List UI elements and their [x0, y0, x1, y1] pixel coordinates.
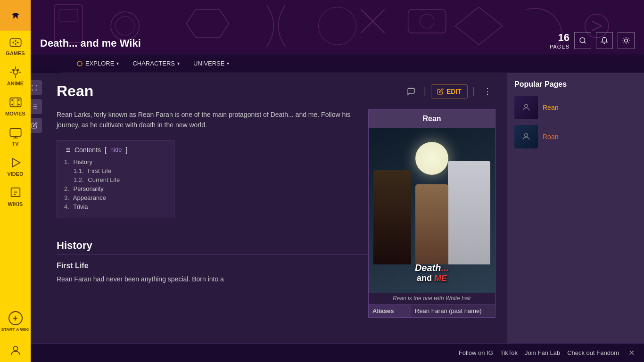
- svg-rect-28: [408, 9, 446, 33]
- sidebar: Games Anime Movies TV: [0, 0, 31, 362]
- header-right: 16 PAGES: [550, 32, 635, 49]
- svg-point-51: [525, 104, 528, 107]
- svg-point-11: [18, 99, 20, 101]
- contents-box: Contents [ hide ] 1. History 1.1. First …: [57, 140, 174, 218]
- main-content: Rean | Edit | ⋮: [31, 73, 644, 362]
- edit-label: Edit: [446, 88, 462, 95]
- contents-item-history[interactable]: 1. History: [64, 158, 167, 165]
- check-fandom-link[interactable]: Check out Fandom: [567, 349, 619, 356]
- wiki-title: Death... and me Wiki: [40, 37, 550, 49]
- characters-chevron-icon: ▾: [177, 61, 180, 66]
- popular-thumb-roan: [514, 125, 538, 148]
- footer-bar: Follow on IG TikTok Join Fan Lab Check o…: [31, 343, 644, 362]
- svg-point-22: [13, 346, 17, 351]
- contents-item-trivia[interactable]: 4. Trivia: [64, 203, 167, 210]
- svg-point-52: [525, 133, 528, 137]
- svg-point-25: [111, 12, 139, 40]
- infobox-value-aliases: Rean Faran (past name): [411, 304, 486, 317]
- join-fan-lab-link[interactable]: Join Fan Lab: [525, 349, 560, 356]
- sidebar-item-movies[interactable]: Movies: [0, 91, 31, 121]
- svg-point-7: [17, 69, 19, 71]
- svg-point-31: [580, 38, 585, 43]
- contents-bracket-close: ]: [126, 146, 128, 154]
- svg-point-6: [12, 69, 15, 71]
- more-options-button[interactable]: ⋮: [479, 83, 495, 99]
- popular-item-roan[interactable]: Roan: [514, 125, 637, 148]
- header: Death... and me Wiki 16 PAGES: [31, 0, 644, 73]
- contents-item-personality[interactable]: 2. Personality: [64, 185, 167, 192]
- popular-thumb-rean: [514, 96, 538, 119]
- popular-item-rean[interactable]: Rean: [514, 96, 637, 119]
- content-body: Rean Death...: [42, 109, 495, 284]
- sidebar-item-anime[interactable]: Anime: [0, 61, 31, 91]
- theme-toggle-button[interactable]: [618, 32, 635, 49]
- sidebar-item-tv[interactable]: TV: [0, 121, 31, 151]
- follow-ig-link[interactable]: Follow on IG: [459, 349, 493, 356]
- pages-count: 16 PAGES: [550, 32, 570, 49]
- popular-pages-title: Popular Pages: [514, 80, 637, 89]
- action-divider: |: [424, 86, 426, 97]
- svg-point-1: [12, 41, 14, 43]
- infobox-row-aliases: Aliases Rean Faran (past name): [369, 304, 495, 317]
- sidebar-item-video[interactable]: Video: [0, 151, 31, 181]
- infobox-title: Rean: [369, 110, 495, 128]
- contents-bracket: [: [105, 146, 107, 154]
- infobox-caption: Rean is the one with White hair: [369, 293, 495, 304]
- edit-button[interactable]: Edit: [431, 84, 468, 99]
- fandom-logo[interactable]: [0, 0, 31, 31]
- contents-item-current-life[interactable]: 1.2. Current Life: [64, 176, 167, 183]
- svg-point-32: [625, 39, 628, 42]
- popular-item-title-roan: Roan: [543, 133, 558, 140]
- svg-line-36: [628, 42, 628, 43]
- sidebar-item-games[interactable]: Games: [0, 31, 31, 61]
- svg-point-10: [11, 104, 13, 106]
- article-content: Rean | Edit | ⋮: [31, 73, 507, 362]
- contents-item-appearance[interactable]: 3. Appearance: [64, 194, 167, 201]
- search-button[interactable]: [574, 32, 591, 49]
- svg-point-29: [420, 14, 434, 28]
- infobox-label-aliases: Aliases: [369, 304, 411, 317]
- page-actions: | Edit | ⋮: [403, 83, 495, 99]
- universe-chevron-icon: ▾: [227, 61, 229, 66]
- svg-point-4: [15, 43, 17, 45]
- nav-characters[interactable]: Characters ▾: [127, 54, 185, 73]
- infobox-image: Death... and ME: [369, 128, 495, 293]
- svg-point-3: [17, 41, 18, 43]
- svg-line-35: [624, 38, 624, 39]
- svg-rect-8: [10, 98, 21, 107]
- popular-item-title-rean: Rean: [543, 104, 558, 111]
- sidebar-item-start-wiki[interactable]: + Start A Wiki: [0, 306, 31, 337]
- svg-line-39: [624, 42, 624, 43]
- navigation: Explore ▾ Characters ▾ Universe ▾: [61, 54, 644, 73]
- tiktok-link[interactable]: TikTok: [500, 349, 518, 356]
- svg-point-9: [11, 99, 13, 101]
- contents-title: Contents: [74, 146, 101, 154]
- notifications-button[interactable]: [596, 32, 613, 49]
- sidebar-item-wikis[interactable]: Wikis: [0, 181, 31, 212]
- nav-explore[interactable]: Explore ▾: [71, 54, 124, 73]
- svg-point-26: [116, 16, 134, 35]
- header-banner: Death... and me Wiki 16 PAGES: [31, 0, 644, 54]
- contents-list: 1. History 1.1. First Life 1.2. Current …: [64, 158, 167, 210]
- discuss-button[interactable]: [403, 83, 419, 99]
- svg-rect-24: [59, 9, 78, 21]
- svg-rect-0: [10, 39, 21, 46]
- footer-close-button[interactable]: ✕: [628, 348, 635, 357]
- page-title: Rean: [57, 82, 93, 100]
- right-sidebar: Popular Pages Rean: [507, 73, 644, 362]
- contents-item-first-life[interactable]: 1.1. First Life: [64, 167, 167, 174]
- sidebar-item-user[interactable]: [0, 339, 31, 362]
- svg-marker-18: [12, 158, 20, 167]
- contents-header: Contents [ hide ]: [64, 146, 167, 154]
- svg-point-2: [15, 40, 17, 42]
- action-divider-2: |: [472, 86, 475, 97]
- svg-rect-15: [10, 129, 21, 136]
- nav-universe[interactable]: Universe ▾: [188, 54, 235, 73]
- contents-hide-link[interactable]: hide: [110, 146, 122, 153]
- svg-line-40: [628, 38, 628, 39]
- explore-chevron-icon: ▾: [116, 61, 119, 66]
- infobox: Rean Death...: [368, 109, 495, 318]
- svg-point-12: [18, 104, 20, 106]
- page-title-row: Rean | Edit | ⋮: [42, 82, 495, 100]
- start-wiki-icon: +: [8, 311, 23, 325]
